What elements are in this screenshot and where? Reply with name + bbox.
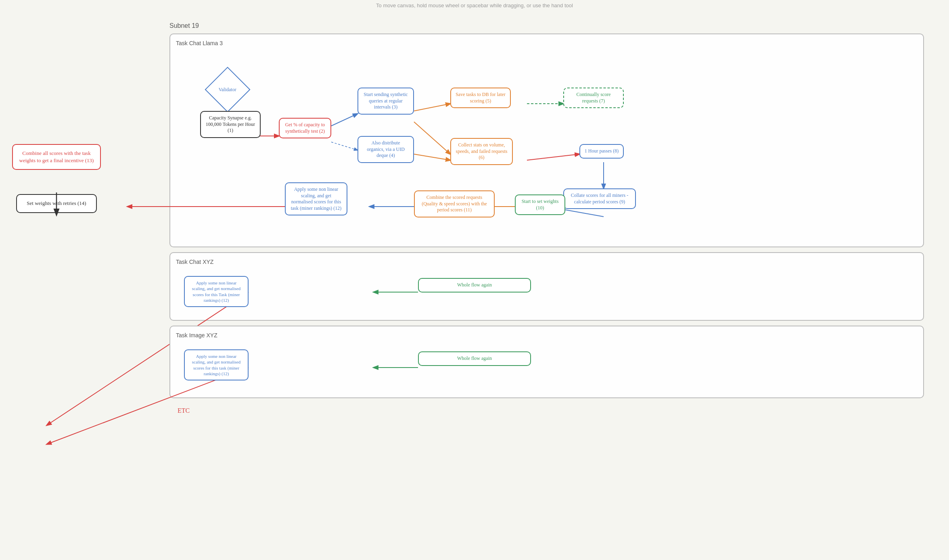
task-llama-section: Task Chat Llama 3 <box>169 33 924 247</box>
collect-stats-node: Collect stats on volume, speeds, and fai… <box>450 138 513 165</box>
svg-line-6 <box>414 154 450 160</box>
task-image-apply-node: Apply some non linear scaling, and get n… <box>184 349 249 380</box>
task-image-arrows <box>176 343 918 392</box>
one-hour-node: 1 Hour passes (8) <box>579 144 624 159</box>
start-sending-node: Start sending synthetic queries at regul… <box>357 88 414 115</box>
task-llama-flow: Validator Capacity Synapse e.g. 100,000 … <box>176 51 918 241</box>
task-image-label: Task Image XYZ <box>176 332 918 339</box>
svg-line-8 <box>527 154 579 160</box>
task-xyz-label: Task Chat XYZ <box>176 259 918 265</box>
task-llama-label: Task Chat Llama 3 <box>176 40 918 46</box>
collate-scores-node: Collate scores for all miners - calculat… <box>563 188 636 209</box>
task-image-section: Task Image XYZ Apply some non linear sca… <box>169 326 924 398</box>
task-image-whole-flow-node: Whole flow again <box>418 351 531 366</box>
continually-score-node: Continually score requests (7) <box>563 88 624 108</box>
svg-line-2 <box>331 114 357 126</box>
task-xyz-arrows <box>176 270 918 314</box>
task-xyz-whole-flow-node: Whole flow again <box>418 278 531 293</box>
subnet-label: Subnet 19 <box>169 22 924 29</box>
capacity-node: Capacity Synapse e.g. 100,000 Tokens per… <box>200 111 261 138</box>
svg-line-3 <box>331 142 357 150</box>
canvas-hint: To move canvas, hold mouse wheel or spac… <box>0 0 949 11</box>
set-weights-node: Set weights with retries (14) <box>16 194 97 213</box>
apply-nonlinear-node: Apply some non linear scaling, and get n… <box>285 182 347 215</box>
svg-line-4 <box>414 104 450 111</box>
etc-label: ETC <box>169 403 924 417</box>
task-image-flow: Apply some non linear scaling, and get n… <box>176 343 918 392</box>
save-tasks-node: Save tasks to DB for later scoring (5) <box>450 88 511 108</box>
svg-line-5 <box>414 122 450 154</box>
combine-scored-node: Combine the scored requests (Quality & s… <box>414 190 495 217</box>
task-xyz-section: Task Chat XYZ Apply some non linear scal… <box>169 252 924 321</box>
task-xyz-flow: Apply some non linear scaling, and get n… <box>176 270 918 314</box>
distribute-organics-node: Also distribute organics, via a UID dequ… <box>357 136 414 163</box>
task-xyz-apply-node: Apply some non linear scaling, and get n… <box>184 276 249 307</box>
validator-node: Validator <box>211 73 244 106</box>
start-set-weights-node: Start to set weights (10) <box>515 194 565 215</box>
combine-scores-node: Combine all scores with the task weights… <box>12 144 101 170</box>
get-percent-node: Get % of capacity to synthetically test … <box>279 118 331 138</box>
